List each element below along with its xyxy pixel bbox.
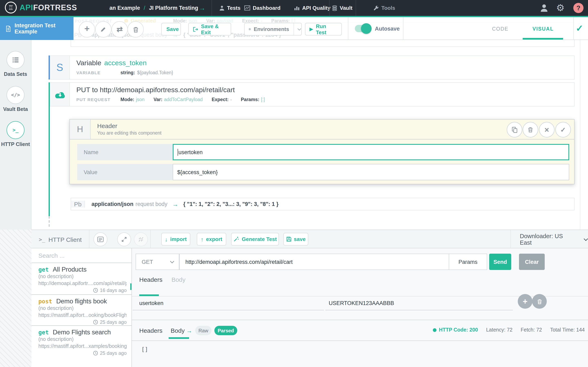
request-body-row[interactable]: Pb application/json request body → { "1"… bbox=[71, 198, 575, 210]
request-tab-body[interactable]: Body bbox=[172, 276, 185, 283]
nav-item-tests[interactable]: Tests bbox=[219, 0, 241, 16]
url-input[interactable] bbox=[180, 254, 449, 269]
client-toolbar-divider bbox=[150, 230, 151, 248]
terminal-prompt-icon: >_ bbox=[13, 127, 18, 133]
validate-check-button[interactable]: ✓ bbox=[576, 23, 583, 34]
console-panel-button[interactable] bbox=[94, 233, 107, 246]
expand-panel-button[interactable] bbox=[117, 233, 131, 246]
delete-component-button[interactable] bbox=[523, 122, 538, 137]
nav-item-vault[interactable]: Vault bbox=[332, 0, 352, 16]
value-field-input[interactable]: ${access_token} bbox=[173, 164, 569, 180]
header-value-field[interactable] bbox=[325, 299, 513, 310]
history-item[interactable]: getAll Products (no description) http://… bbox=[31, 263, 131, 295]
editor-right-border bbox=[580, 17, 580, 230]
environments-button[interactable]: Environments bbox=[244, 23, 302, 35]
duplicate-component-button[interactable] bbox=[507, 122, 522, 137]
tab-code[interactable]: CODE bbox=[492, 26, 508, 32]
response-tab-body[interactable]: Body bbox=[171, 327, 185, 334]
delete-button[interactable] bbox=[127, 21, 144, 38]
variable-title: Variableaccess_token bbox=[76, 59, 574, 67]
cancel-edit-button[interactable]: × bbox=[539, 122, 554, 137]
client-toolbar-divider bbox=[510, 230, 511, 248]
http-code-badge: HTTP Code: 200 bbox=[433, 327, 478, 333]
put-request-row[interactable]: PUT to http://demoapi.apifortress.com/ap… bbox=[50, 82, 575, 106]
http-client-panel: >_ HTTP Client ↓ i bbox=[0, 230, 588, 367]
sidebar-item-http-client[interactable]: >_ HTTP Client bbox=[1, 121, 30, 147]
tab-visual[interactable]: VISUAL bbox=[532, 26, 554, 32]
breadcrumb-project[interactable]: an Example bbox=[109, 5, 140, 11]
params-button[interactable]: Params bbox=[449, 254, 487, 269]
collapse-panel-button[interactable] bbox=[134, 233, 148, 246]
request-body-badge: Pb bbox=[71, 201, 85, 208]
swap-arrows-icon: ⇄ bbox=[117, 25, 123, 34]
bar-chart-icon bbox=[294, 5, 300, 11]
clear-button[interactable]: Clear bbox=[519, 254, 545, 270]
sidebar-item-vault-beta[interactable]: </> Vault Beta bbox=[3, 86, 28, 112]
import-button[interactable]: ↓ import bbox=[161, 233, 190, 245]
header-name-field[interactable] bbox=[133, 299, 324, 310]
save-button[interactable]: Save bbox=[161, 23, 181, 35]
breadcrumb[interactable]: an Example / JI Platform Testing bbox=[109, 0, 198, 16]
arrow-up-icon: ↑ bbox=[201, 236, 204, 242]
edit-button[interactable] bbox=[95, 21, 112, 38]
text-caret bbox=[178, 149, 178, 156]
request-tab-headers[interactable]: Headers bbox=[139, 276, 162, 283]
header-editor-title: Header bbox=[97, 122, 162, 129]
confirm-edit-button[interactable]: ✓ bbox=[555, 122, 571, 137]
generate-test-button[interactable]: Generate Test bbox=[231, 233, 279, 245]
total-time-stat: Total Time: 144 bbox=[550, 327, 585, 333]
send-button[interactable]: Send bbox=[489, 254, 511, 270]
pencil-icon bbox=[100, 26, 107, 33]
delete-header-button[interactable] bbox=[532, 294, 547, 309]
arrow-right-icon: → bbox=[186, 327, 192, 334]
check-icon: ✓ bbox=[576, 23, 583, 33]
trash-icon bbox=[132, 26, 139, 33]
cloud-download-icon bbox=[53, 90, 66, 99]
account-button[interactable] bbox=[539, 0, 549, 16]
history-item[interactable]: postDemo flights book (no description) h… bbox=[31, 295, 131, 326]
variable-value: ${payload.Token} bbox=[137, 70, 173, 75]
toggle-knob bbox=[361, 23, 372, 34]
variable-component-row[interactable]: S Variableaccess_token VARIABLE string: … bbox=[50, 55, 575, 80]
nav-item-api-quality[interactable]: API Quality bbox=[294, 0, 330, 16]
export-button[interactable]: ↑ export bbox=[197, 233, 226, 245]
response-top-border bbox=[132, 320, 588, 320]
search-input[interactable] bbox=[31, 252, 131, 259]
run-test-button[interactable]: ▶ Run Test bbox=[305, 23, 342, 35]
history-item[interactable]: getDemo Flights search (no description) … bbox=[31, 326, 131, 361]
client-save-button[interactable]: save bbox=[283, 233, 308, 245]
client-toolbar-divider bbox=[89, 230, 89, 248]
response-tab-headers[interactable]: Headers bbox=[139, 327, 162, 334]
nav-item-dashboard[interactable]: Dashboard bbox=[244, 0, 281, 16]
brand-logo[interactable]: ♖ APIFORTRESS bbox=[5, 2, 77, 13]
add-header-button[interactable]: + bbox=[518, 294, 532, 309]
settings-button[interactable]: ⚙ bbox=[556, 0, 564, 16]
nav-item-tools[interactable]: Tools bbox=[373, 0, 395, 16]
parsed-toggle[interactable]: Parsed bbox=[214, 326, 237, 335]
method-select[interactable]: GET bbox=[136, 254, 179, 270]
save-exit-button[interactable]: Save & Exit bbox=[188, 23, 231, 35]
header-editor-titlebar: H Header You are editing this component bbox=[70, 119, 574, 140]
autosave-toggle[interactable] bbox=[355, 25, 370, 32]
breadcrumb-test[interactable]: JI Platform Testing bbox=[149, 5, 198, 11]
name-field-input[interactable]: usertoken bbox=[173, 144, 569, 160]
scroll-indicator bbox=[130, 284, 131, 290]
put-request-icon-box bbox=[50, 83, 70, 106]
response-body: [] bbox=[141, 346, 148, 353]
raw-toggle[interactable]: Raw bbox=[195, 326, 212, 335]
add-component-button[interactable]: + bbox=[79, 21, 95, 38]
header-editor-subtitle: You are editing this component bbox=[97, 131, 162, 135]
arrow-down-icon: ↓ bbox=[165, 236, 168, 242]
floppy-icon bbox=[286, 236, 291, 242]
breadcrumb-arrow-icon: → bbox=[199, 0, 205, 16]
downloader-select[interactable]: Downloader: US East bbox=[520, 230, 588, 249]
copy-icon bbox=[511, 126, 518, 133]
put-meta: Mode:json Var:addToCartPayload Expect:- … bbox=[121, 97, 265, 102]
reorder-button[interactable]: ⇄ bbox=[112, 21, 128, 38]
clock-icon bbox=[93, 288, 98, 293]
environments-dropdown[interactable] bbox=[294, 23, 301, 35]
http-client-toolbar: >_ HTTP Client ↓ i bbox=[31, 230, 588, 248]
help-button[interactable]: ? bbox=[573, 0, 584, 16]
test-tab[interactable]: Integration Test Example bbox=[0, 17, 73, 40]
sidebar-item-data-sets[interactable]: Data Sets bbox=[4, 51, 27, 77]
